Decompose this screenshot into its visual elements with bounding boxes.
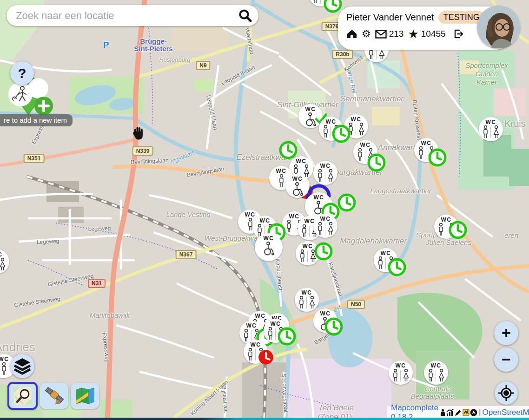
green-clock-badge	[449, 221, 468, 240]
zoom-in-button[interactable]: +	[494, 321, 518, 345]
josm-icon[interactable]	[463, 409, 469, 416]
wheelchair-figures-icon	[291, 182, 304, 196]
mf-figures-icon	[427, 369, 445, 382]
man-figures-icon	[247, 218, 254, 231]
search-bar	[7, 5, 258, 26]
green-clock-badge	[388, 258, 407, 277]
layers-button[interactable]	[10, 354, 34, 378]
green-clock-badge	[314, 242, 333, 261]
wc-label: WC	[255, 313, 266, 319]
mf-figures-icon	[392, 369, 410, 382]
mapcomplete-app: Brugge-Sint-PietersRustenburgSint-Gillis…	[0, 0, 529, 420]
toilet-marker[interactable]: WC	[479, 117, 503, 141]
wc-label: WC	[292, 176, 303, 182]
wc-label: WC	[320, 311, 331, 316]
wc-label: WC	[289, 214, 300, 219]
openstreetmap-link[interactable]: OpenStreetMap	[482, 408, 529, 417]
edit-pencil-icon[interactable]	[455, 409, 462, 416]
man-figures-icon	[278, 174, 285, 188]
add-item-tooltip: re to add a new item	[0, 114, 73, 126]
messages-count: 213	[389, 29, 404, 39]
attribution-bar: Mapcomplete 0.18.2 | OpenStreetMap	[387, 406, 529, 419]
crosshair-icon	[496, 383, 516, 403]
wc-label: WC	[486, 119, 496, 125]
background-style-osm-button[interactable]	[7, 382, 38, 410]
background-style-map-button[interactable]	[71, 383, 99, 409]
green-clock-badge	[428, 148, 447, 167]
toilet-marker[interactable]: WC	[255, 233, 283, 261]
osm-carto-search-icon	[13, 386, 33, 406]
toilet-marker[interactable]: WC	[389, 361, 413, 385]
settings-gear-icon[interactable]: ⚙	[362, 29, 371, 39]
wc-label: WC	[360, 142, 371, 148]
zoom-out-label: −	[502, 351, 511, 367]
satellite-icon	[44, 386, 65, 406]
wc-label: WC	[302, 290, 312, 295]
green-clock-badge	[332, 125, 351, 144]
man-figures-icon	[0, 362, 7, 376]
statistics-icon[interactable]	[446, 409, 454, 416]
toilet-marker[interactable]: WC	[295, 288, 319, 312]
help-label: ?	[18, 66, 26, 81]
wc-label: WC	[421, 140, 432, 146]
home-icon[interactable]	[346, 29, 357, 39]
wc-label: WC	[264, 236, 274, 241]
wc-label: WC	[320, 163, 331, 169]
mf-figures-icon	[0, 258, 7, 271]
toilet-marker[interactable]: WC	[313, 214, 337, 238]
folded-map-icon	[75, 387, 95, 405]
changesets-count: 10455	[421, 29, 446, 39]
green-clock-badge	[279, 141, 298, 160]
search-input[interactable]	[15, 9, 237, 22]
wc-label: WC	[314, 195, 324, 200]
community-icon[interactable]	[440, 409, 446, 416]
wc-label: WC	[0, 356, 9, 362]
loading-progress-bar	[0, 418, 529, 420]
wc-label: WC	[271, 321, 281, 327]
mf-figures-icon	[317, 169, 335, 183]
red-clock-badge	[258, 349, 275, 366]
wc-label: WC	[320, 216, 331, 222]
green-clock-badge	[324, 317, 344, 336]
wc-label: WC	[0, 252, 3, 257]
wc-label: WC	[431, 363, 442, 368]
logout-icon[interactable]	[453, 28, 464, 39]
search-icon[interactable]	[237, 8, 253, 24]
wc-label: WC	[251, 342, 261, 348]
attribution-separator: |	[479, 408, 481, 417]
mf-figures-icon	[317, 222, 335, 236]
wc-label: WC	[246, 323, 257, 328]
zoom-out-button[interactable]: −	[494, 348, 518, 372]
zoom-in-label: +	[502, 325, 511, 341]
mf-figures-icon	[298, 296, 316, 309]
green-clock-badge	[337, 193, 357, 212]
mapillary-icon[interactable]	[470, 409, 477, 416]
wc-label: WC	[396, 363, 406, 368]
green-clock-badge	[367, 153, 386, 172]
help-button[interactable]: ?	[10, 61, 34, 85]
wc-label: WC	[351, 117, 362, 122]
toilet-marker[interactable]: WC	[313, 161, 337, 185]
green-clock-badge	[324, 0, 343, 13]
toilet-marker[interactable]: WC	[424, 361, 448, 385]
mf-figures-icon	[482, 125, 500, 139]
layers-icon	[13, 357, 32, 375]
geolocate-button[interactable]	[495, 381, 518, 405]
toilet-marker[interactable]: WC	[0, 249, 9, 274]
messages-icon[interactable]	[375, 30, 387, 39]
wc-label: WC	[276, 168, 287, 174]
user-name: Pieter Vander Vennet	[346, 12, 434, 23]
wc-label: WC	[303, 243, 313, 249]
wc-label: WC	[381, 250, 391, 256]
star-icon[interactable]: ★	[408, 28, 418, 40]
wc-label: WC	[305, 106, 316, 112]
wc-label: WC	[245, 212, 256, 217]
user-avatar[interactable]	[477, 6, 520, 49]
green-clock-badge	[278, 327, 297, 346]
map-markers-layer: WCWCWCWCWCWCWCWCWCWCWCWCWCWCWCWCWCWCWCWC…	[0, 0, 529, 420]
wc-label: WC	[326, 119, 337, 125]
wheelchair-figures-icon	[262, 242, 276, 256]
background-style-satellite-button[interactable]	[40, 383, 68, 409]
